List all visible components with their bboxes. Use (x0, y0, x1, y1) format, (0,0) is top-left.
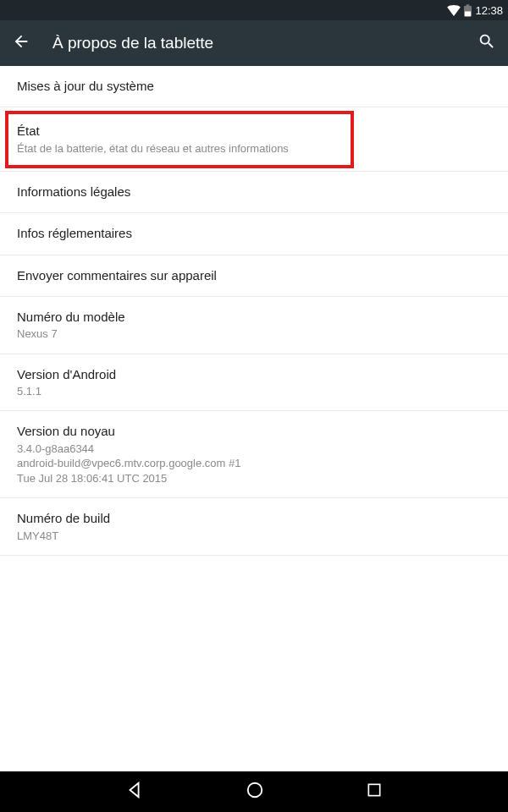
row-system-update[interactable]: Mises à jour du système (0, 66, 508, 107)
nav-home-icon[interactable] (246, 781, 264, 803)
row-model[interactable]: Numéro du modèle Nexus 7 (0, 297, 508, 354)
row-subtitle: État de la batterie, état du réseau et a… (17, 141, 491, 156)
row-build[interactable]: Numéro de build LMY48T (0, 498, 508, 556)
svg-point-0 (248, 783, 262, 798)
navigation-bar (0, 771, 508, 812)
row-title: Numéro du modèle (17, 309, 491, 326)
row-title: Version d'Android (17, 366, 491, 383)
row-value: LMY48T (17, 529, 491, 544)
row-title: Version du noyau (17, 423, 491, 440)
nav-back-icon[interactable] (125, 781, 144, 803)
row-android-version[interactable]: Version d'Android 5.1.1 (0, 354, 508, 412)
row-value: Nexus 7 (17, 326, 491, 342)
row-kernel[interactable]: Version du noyau 3.4.0-g8aa6344 android-… (0, 411, 508, 498)
row-status[interactable]: État État de la batterie, état du réseau… (0, 107, 508, 172)
row-title: Informations légales (17, 184, 491, 200)
clock-time: 12:38 (475, 4, 503, 17)
row-regulatory[interactable]: Infos réglementaires (0, 213, 508, 255)
status-bar: 12:38 (0, 0, 508, 20)
svg-rect-1 (368, 784, 379, 795)
row-title: État (17, 123, 491, 140)
nav-recent-icon[interactable] (366, 782, 383, 802)
row-title: Envoyer commentaires sur appareil (17, 267, 491, 284)
battery-icon (464, 4, 472, 17)
row-feedback[interactable]: Envoyer commentaires sur appareil (0, 255, 508, 297)
back-icon[interactable] (12, 32, 30, 54)
page-title: À propos de la tablette (52, 34, 478, 52)
row-legal[interactable]: Informations légales (0, 172, 508, 213)
row-value: 5.1.1 (17, 384, 491, 399)
app-bar: À propos de la tablette (0, 20, 508, 66)
settings-list: Mises à jour du système État État de la … (0, 66, 508, 556)
row-title: Numéro de build (17, 510, 491, 527)
wifi-icon (447, 5, 461, 16)
row-value: 3.4.0-g8aa6344 android-build@vpec6.mtv.c… (17, 442, 491, 486)
row-title: Infos réglementaires (17, 225, 491, 242)
search-icon[interactable] (478, 32, 496, 54)
row-title: Mises à jour du système (17, 78, 491, 95)
